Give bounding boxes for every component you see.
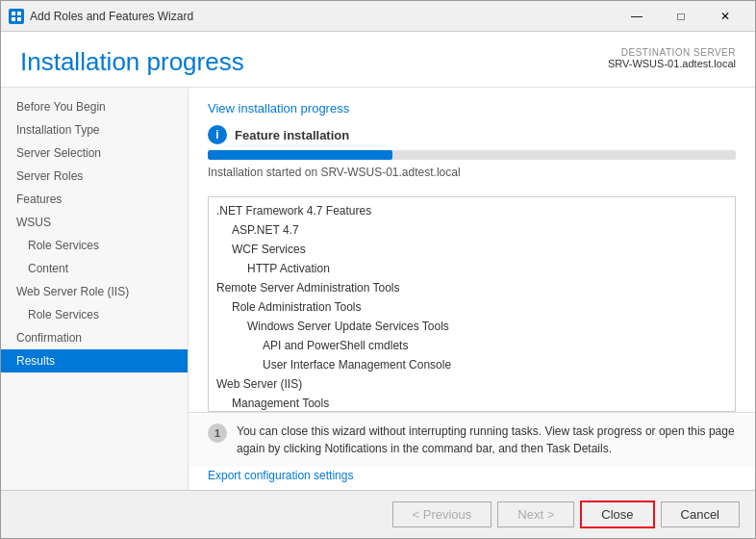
feature-list-item: ASP.NET 4.7 bbox=[209, 220, 735, 240]
maximize-button[interactable]: □ bbox=[659, 1, 703, 32]
sidebar-item[interactable]: WSUS bbox=[1, 211, 188, 234]
dest-label: DESTINATION SERVER bbox=[608, 47, 736, 58]
close-button[interactable]: Close bbox=[580, 500, 654, 528]
feature-install-row: i Feature installation bbox=[208, 125, 736, 144]
view-progress-label: View installation progress bbox=[208, 101, 736, 116]
sidebar-item[interactable]: Role Services bbox=[1, 303, 188, 326]
dest-server-name: SRV-WSUS-01.adtest.local bbox=[608, 58, 736, 69]
feature-list-item: .NET Framework 4.7 Features bbox=[209, 201, 735, 220]
features-area: .NET Framework 4.7 FeaturesASP.NET 4.7WC… bbox=[189, 196, 755, 412]
sidebar-item[interactable]: Features bbox=[1, 188, 188, 211]
feature-list-item: WCF Services bbox=[209, 240, 735, 259]
window-title: Add Roles and Features Wizard bbox=[30, 10, 615, 23]
next-button[interactable]: Next > bbox=[497, 501, 574, 527]
svg-rect-3 bbox=[17, 17, 21, 21]
notice-section: 1 You can close this wizard without inte… bbox=[189, 412, 755, 467]
right-panel: View installation progress i Feature ins… bbox=[189, 88, 755, 490]
app-icon bbox=[9, 9, 24, 24]
features-list-container[interactable]: .NET Framework 4.7 FeaturesASP.NET 4.7WC… bbox=[208, 196, 736, 412]
feature-list-item: API and PowerShell cmdlets bbox=[209, 336, 735, 355]
minimize-button[interactable]: — bbox=[615, 1, 659, 32]
page-header: Installation progress DESTINATION SERVER… bbox=[1, 32, 755, 88]
previous-button[interactable]: < Previous bbox=[392, 501, 492, 527]
sidebar-item[interactable]: Role Services bbox=[1, 234, 188, 257]
export-link[interactable]: Export configuration settings bbox=[189, 467, 755, 490]
footer: < Previous Next > Close Cancel bbox=[1, 490, 755, 538]
sidebar-item[interactable]: Before You Begin bbox=[1, 95, 188, 118]
feature-list-item: Windows Server Update Services Tools bbox=[209, 317, 735, 336]
feature-list-item: User Interface Management Console bbox=[209, 355, 735, 374]
sidebar-item[interactable]: Installation Type bbox=[1, 118, 188, 141]
feature-list-item: Remote Server Administration Tools bbox=[209, 278, 735, 297]
feature-list-item: Web Server (IIS) bbox=[209, 374, 735, 394]
sidebar-item[interactable]: Confirmation bbox=[1, 326, 188, 349]
sidebar-item[interactable]: Server Selection bbox=[1, 141, 188, 165]
sidebar-item[interactable]: Content bbox=[1, 257, 188, 280]
destination-server-info: DESTINATION SERVER SRV-WSUS-01.adtest.lo… bbox=[608, 47, 736, 69]
notice-text: You can close this wizard without interr… bbox=[237, 423, 736, 457]
wizard-window: Add Roles and Features Wizard — □ ✕ Inst… bbox=[0, 0, 756, 539]
svg-rect-0 bbox=[12, 12, 15, 15]
window-controls: — □ ✕ bbox=[615, 1, 747, 32]
cancel-button[interactable]: Cancel bbox=[661, 501, 740, 527]
notice-number: 1 bbox=[208, 424, 227, 443]
sidebar-item[interactable]: Results bbox=[1, 349, 188, 372]
progress-bar-container bbox=[208, 150, 736, 160]
page-title: Installation progress bbox=[20, 47, 244, 77]
sidebar-item[interactable]: Server Roles bbox=[1, 165, 188, 188]
feature-list-item: Management Tools bbox=[209, 394, 735, 412]
sidebar-item[interactable]: Web Server Role (IIS) bbox=[1, 280, 188, 303]
info-icon: i bbox=[208, 125, 227, 144]
sidebar: Before You BeginInstallation TypeServer … bbox=[1, 88, 189, 490]
progress-bar-fill bbox=[208, 150, 392, 160]
close-window-button[interactable]: ✕ bbox=[703, 1, 747, 32]
svg-rect-2 bbox=[12, 17, 15, 21]
features-list: .NET Framework 4.7 FeaturesASP.NET 4.7WC… bbox=[209, 197, 735, 412]
install-started-text: Installation started on SRV-WSUS-01.adte… bbox=[208, 166, 736, 179]
title-bar: Add Roles and Features Wizard — □ ✕ bbox=[1, 1, 755, 32]
feature-list-item: Role Administration Tools bbox=[209, 297, 735, 317]
top-section: View installation progress i Feature ins… bbox=[189, 88, 755, 196]
svg-rect-1 bbox=[17, 12, 21, 15]
feature-list-item: HTTP Activation bbox=[209, 259, 735, 278]
main-layout: Before You BeginInstallation TypeServer … bbox=[1, 88, 755, 490]
feature-install-label: Feature installation bbox=[235, 128, 349, 142]
